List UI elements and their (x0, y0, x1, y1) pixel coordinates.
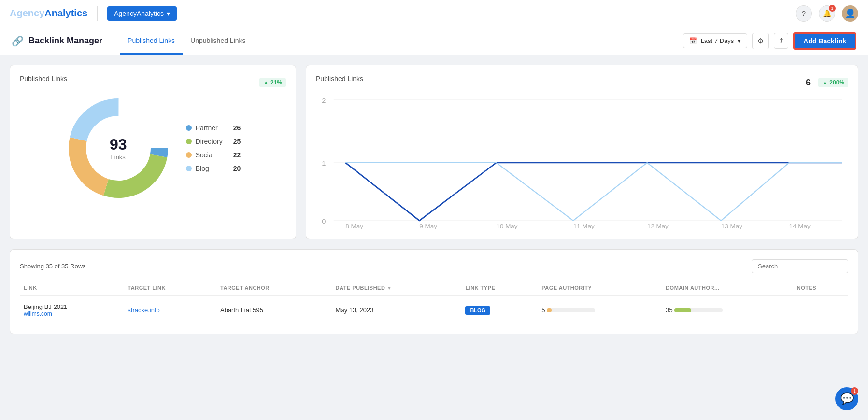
line-chart-stats: 6 ▲ 200% (806, 78, 848, 88)
filter-icon: ⚙ (757, 37, 764, 45)
legend-label-social: Social (196, 151, 229, 159)
col-page-authority: PAGE AUTHORITY (538, 280, 662, 296)
legend-dot-blog (186, 166, 192, 171)
nav-right: ? 🔔 1 👤 (796, 5, 858, 22)
table-header-row: LINK TARGET LINK TARGET ANCHOR DATE PUBL… (20, 280, 848, 296)
legend-label-partner: Partner (196, 124, 229, 132)
legend-label-directory: Directory (196, 138, 229, 145)
svg-text:2: 2 (322, 98, 326, 104)
svg-text:13 May: 13 May (721, 224, 743, 229)
col-target-anchor: TARGET ANCHOR (216, 280, 332, 296)
target-link[interactable]: stracke.info (128, 307, 159, 314)
line-chart-header: Published Links 6 ▲ 200% (316, 75, 848, 90)
cell-date-published: May 13, 2023 (332, 296, 462, 324)
tab-unpublished-links[interactable]: Unpublished Links (183, 28, 253, 55)
table-body: Beijing BJ 2021 willms.com stracke.info … (20, 296, 848, 324)
sub-nav: 🔗 Backlink Manager Published Links Unpub… (0, 27, 868, 55)
agency-btn-label: AgencyAnalytics (114, 10, 164, 17)
nav-divider (97, 6, 98, 21)
svg-text:1: 1 (322, 160, 326, 167)
line-chart-svg: 2 1 0 8 May 9 May 10 May 11 May 12 May 1… (316, 94, 848, 229)
donut-badge: ▲ 21% (259, 78, 286, 87)
cell-target-anchor: Abarth Fiat 595 (216, 296, 332, 324)
share-button[interactable]: ⤴ (774, 33, 788, 49)
filter-icon-button[interactable]: ⚙ (752, 33, 769, 49)
legend-val-partner: 26 (233, 124, 241, 132)
chevron-down-icon: ▾ (167, 10, 170, 17)
donut-center: 93 Links (110, 136, 127, 161)
col-link-type: LINK TYPE (461, 280, 538, 296)
table-head: LINK TARGET LINK TARGET ANCHOR DATE PUBL… (20, 280, 848, 296)
donut-center-num: 93 (110, 136, 127, 154)
page-authority-bar (547, 308, 552, 312)
table-row: Beijing BJ 2021 willms.com stracke.info … (20, 296, 848, 324)
cell-link-type: BLOG (461, 296, 538, 324)
line-chart-area: 2 1 0 8 May 9 May 10 May 11 May 12 May 1… (316, 94, 848, 229)
legend-label-blog: Blog (196, 165, 229, 172)
legend-val-social: 22 (233, 151, 241, 159)
legend-item-social: Social 22 (186, 151, 241, 159)
top-nav: AgencyAnalytics AgencyAnalytics ▾ ? 🔔 1 … (0, 0, 868, 27)
logo-agency: Agency (10, 8, 44, 19)
add-backlink-button[interactable]: Add Backlink (793, 32, 856, 50)
line-chart-badge: ▲ 200% (818, 78, 848, 87)
legend-item-directory: Directory 25 (186, 138, 241, 145)
donut-center-label: Links (110, 154, 127, 161)
avatar[interactable]: 👤 (842, 5, 858, 22)
svg-text:0: 0 (322, 218, 326, 224)
svg-text:11 May: 11 May (573, 224, 595, 229)
donut-card: Published Links ▲ 21% (10, 65, 296, 239)
share-icon: ⤴ (779, 37, 783, 45)
col-notes: NOTES (793, 280, 848, 296)
search-input[interactable] (752, 259, 848, 273)
svg-text:12 May: 12 May (647, 224, 669, 229)
legend: Partner 26 Directory 25 Social 22 (186, 124, 241, 172)
svg-text:10 May: 10 May (496, 224, 518, 229)
line-chart-count: 6 (806, 78, 811, 88)
col-target-link: TARGET LINK (124, 280, 216, 296)
col-date-published[interactable]: DATE PUBLISHED ▼ (332, 280, 462, 296)
domain-authority-num: 35 (666, 307, 672, 314)
link-url[interactable]: willms.com (24, 310, 120, 317)
notifications-button[interactable]: 🔔 1 (819, 5, 835, 22)
logo: AgencyAnalytics (10, 8, 87, 19)
link-type-badge: BLOG (465, 306, 490, 315)
add-backlink-label: Add Backlink (803, 37, 846, 45)
agency-dropdown-button[interactable]: AgencyAnalytics ▾ (107, 6, 177, 21)
donut-card-title: Published Links (20, 75, 67, 83)
link-title: Beijing BJ 2021 (24, 303, 120, 310)
col-link: LINK (20, 280, 124, 296)
page-title-wrap: 🔗 Backlink Manager (12, 35, 102, 47)
donut-chart: 93 Links (65, 95, 171, 201)
table-top: Showing 35 of 35 Rows (20, 259, 848, 273)
sort-icon: ▼ (387, 285, 392, 291)
legend-item-partner: Partner 26 (186, 124, 241, 132)
date-published: May 13, 2023 (336, 307, 374, 314)
svg-text:9 May: 9 May (419, 224, 438, 229)
svg-text:14 May: 14 May (789, 224, 811, 229)
chevron-down-icon: ▾ (738, 37, 741, 44)
cards-row: Published Links ▲ 21% (10, 65, 858, 239)
sub-nav-tabs: Published Links Unpublished Links (120, 28, 253, 54)
cell-target-link: stracke.info (124, 296, 216, 324)
line-chart-card: Published Links 6 ▲ 200% 2 1 0 8 (306, 65, 858, 239)
line-chart-title: Published Links (316, 75, 363, 83)
cell-link: Beijing BJ 2021 willms.com (20, 296, 124, 324)
page-title: Backlink Manager (28, 36, 102, 46)
main-content: Published Links ▲ 21% (0, 55, 868, 344)
cell-notes (793, 296, 848, 324)
domain-authority-bar-wrap (674, 308, 723, 312)
svg-text:8 May: 8 May (345, 224, 364, 229)
backlink-icon: 🔗 (12, 35, 24, 47)
page-authority-bar-wrap (547, 308, 595, 312)
date-filter-label: Last 7 Days (701, 37, 734, 44)
tab-published-links[interactable]: Published Links (120, 28, 183, 55)
col-domain-authority: DOMAIN AUTHOR... (662, 280, 793, 296)
date-filter-button[interactable]: 📅 Last 7 Days ▾ (683, 33, 748, 48)
target-anchor: Abarth Fiat 595 (220, 307, 263, 314)
legend-dot-directory (186, 139, 192, 144)
help-button[interactable]: ? (796, 5, 812, 22)
legend-dot-social (186, 152, 192, 158)
donut-area: 93 Links Partner 26 Directory 25 (20, 95, 286, 201)
page-authority-num: 5 (541, 307, 545, 314)
